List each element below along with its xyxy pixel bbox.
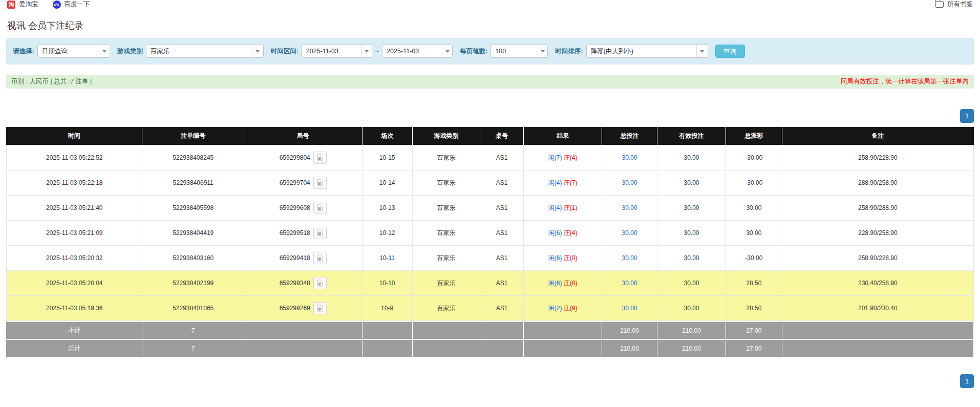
total-bet-cell: 30.00	[602, 246, 657, 271]
chevron-down-icon[interactable]	[442, 45, 452, 57]
betting-records-table: 时间注单编号局号场次游戏类别桌号结果总投注有效投注总派彩备注 2025-11-0…	[6, 127, 974, 358]
chevron-down-icon[interactable]	[99, 45, 109, 57]
bookmark-baidu[interactable]: du 百度一下	[53, 0, 90, 9]
video-replay-button[interactable]	[313, 202, 327, 214]
video-replay-button[interactable]	[313, 227, 327, 239]
bet-id-cell: 522938401065	[142, 296, 244, 321]
chevron-down-icon[interactable]	[696, 45, 708, 57]
total-bet-link[interactable]: 30.00	[622, 254, 637, 262]
table-number-cell: AS1	[480, 271, 524, 296]
valid-bet-cell: 30.00	[657, 246, 726, 271]
time-cell: 2025-11-03 05:19:36	[6, 296, 142, 321]
round-number: 659299704	[280, 179, 310, 186]
bookmarks-divider	[926, 1, 926, 9]
result-player: 闲(6)	[548, 229, 562, 237]
game-type-label: 游戏类别	[117, 47, 143, 56]
sort-value[interactable]	[587, 45, 696, 57]
chevron-down-icon[interactable]	[252, 45, 263, 57]
game-type-value[interactable]	[146, 45, 252, 57]
table-row: 2025-11-03 05:21:09522938404419659299518…	[6, 221, 974, 246]
bookmark-taobao[interactable]: 淘 爱淘宝	[7, 0, 38, 9]
bet-id-cell: 522938405598	[142, 196, 244, 221]
valid-bet-cell: 30.00	[657, 296, 726, 321]
folder-icon	[935, 1, 944, 8]
bet-id-cell: 522938406911	[142, 170, 244, 196]
bookmarks-bar: 淘 爱淘宝 du 百度一下 所有书签	[0, 0, 980, 9]
column-header: 时间	[6, 127, 142, 145]
total-payout: 27.00	[726, 340, 782, 358]
total-bet-cell: 30.00	[602, 221, 657, 246]
result-player: 闲(6)	[548, 280, 562, 287]
total-bet-link[interactable]: 30.00	[622, 280, 637, 287]
game-type-select[interactable]	[146, 45, 264, 58]
video-replay-button[interactable]	[313, 177, 327, 189]
search-button[interactable]: 查询	[715, 45, 745, 58]
bet-id-cell: 522938404419	[142, 221, 244, 246]
result-player: 闲(4)	[548, 204, 562, 211]
column-header: 桌号	[480, 127, 524, 145]
session-cell: 10-13	[363, 196, 413, 221]
total-bet-link[interactable]: 30.00	[622, 179, 637, 186]
total-label: 总计	[6, 340, 142, 358]
round-number: 659299269	[280, 305, 310, 312]
video-replay-button[interactable]	[313, 277, 327, 289]
table-number-cell: AS1	[480, 246, 524, 271]
time-cell: 2025-11-03 05:21:40	[6, 196, 142, 221]
payout-cell: 28.50	[726, 271, 782, 296]
date-from-value[interactable]	[302, 45, 361, 57]
time-cell: 2025-11-03 05:22:52	[6, 145, 142, 170]
result-cell: 闲(4) 庄(1)	[524, 196, 602, 221]
game-type-cell: 百家乐	[413, 170, 480, 196]
total-bet-link[interactable]: 30.00	[622, 154, 637, 161]
query-type-select[interactable]	[37, 45, 110, 58]
result-player: 闲(6)	[548, 254, 562, 262]
grand-total-row: 总计 7 210.00 210.00 27.00	[6, 340, 974, 358]
payout-cell: -30.00	[726, 145, 782, 170]
date-to-value[interactable]	[382, 45, 442, 57]
chevron-down-icon[interactable]	[361, 45, 372, 57]
all-bookmarks-button[interactable]: 所有书签	[935, 0, 973, 9]
time-range-label: 时间区间:	[271, 47, 299, 56]
total-bet-cell: 30.00	[602, 196, 657, 221]
total-total-bet: 210.00	[602, 340, 657, 358]
valid-bet-cell: 30.00	[657, 196, 726, 221]
baidu-icon: du	[53, 1, 61, 9]
total-bet-link[interactable]: 30.00	[622, 305, 637, 312]
result-player: 闲(4)	[548, 179, 562, 186]
total-bet-link[interactable]: 30.00	[622, 229, 637, 237]
date-to-picker[interactable]	[382, 45, 453, 58]
date-from-picker[interactable]	[302, 45, 372, 58]
select-type-label: 请选择:	[13, 47, 34, 56]
video-replay-button[interactable]	[313, 302, 327, 314]
bookmark-baidu-label: 百度一下	[65, 0, 90, 9]
page-size-value[interactable]	[491, 45, 538, 57]
currency-total-text: 币别 : 人民币 | 总共 :7 注单 |	[11, 77, 92, 86]
total-bet-cell: 30.00	[602, 145, 657, 170]
subtotal-count: 7	[142, 321, 244, 340]
payout-cell: -30.00	[726, 170, 782, 196]
chevron-down-icon[interactable]	[538, 45, 547, 57]
page-number-button-top[interactable]: 1	[960, 109, 974, 123]
payout-cell: 28.50	[726, 296, 782, 321]
game-type-cell: 百家乐	[413, 221, 480, 246]
game-type-cell: 百家乐	[413, 296, 480, 321]
column-header: 局号	[244, 127, 363, 145]
total-bet-link[interactable]: 30.00	[622, 204, 637, 211]
column-header: 有效投注	[657, 127, 726, 145]
table-number-cell: AS1	[480, 296, 524, 321]
session-cell: 10-12	[363, 221, 413, 246]
round-cell: 659299518	[244, 221, 363, 246]
sort-select[interactable]	[586, 45, 708, 58]
result-player: 闲(7)	[548, 154, 562, 161]
page-size-select[interactable]	[491, 45, 548, 58]
column-header: 场次	[363, 127, 413, 145]
video-replay-button[interactable]	[313, 152, 327, 164]
page-title: 视讯 会员下注纪录	[7, 19, 974, 32]
bet-id-cell: 522938403160	[142, 246, 244, 271]
payout-cell: 30.00	[726, 196, 782, 221]
query-type-value[interactable]	[38, 45, 99, 57]
video-replay-button[interactable]	[313, 252, 327, 264]
round-cell: 659299804	[244, 145, 363, 170]
page-number-button-bottom[interactable]: 1	[960, 374, 974, 388]
result-banker: 庄(8)	[564, 280, 578, 287]
